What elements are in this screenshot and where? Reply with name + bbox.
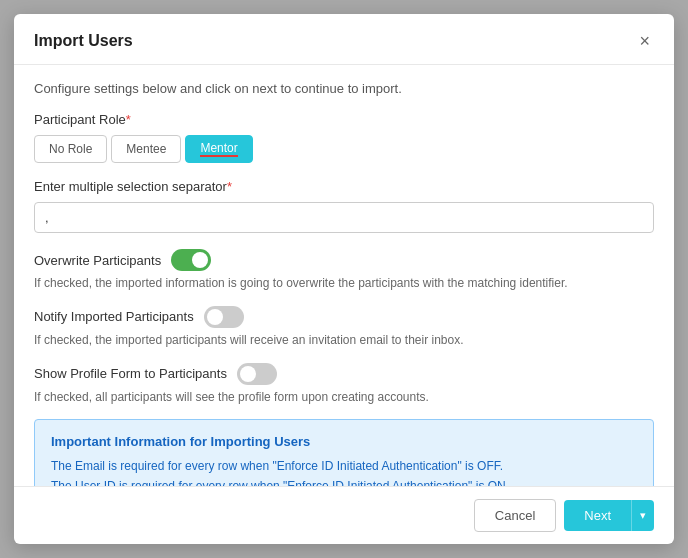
notify-toggle[interactable] bbox=[204, 306, 244, 328]
role-btn-mentee[interactable]: Mentee bbox=[111, 135, 181, 163]
separator-group: Enter multiple selection separator* bbox=[34, 179, 654, 233]
overwrite-desc: If checked, the imported information is … bbox=[34, 275, 654, 292]
profile-form-toggle[interactable] bbox=[237, 363, 277, 385]
info-line-2: The User ID is required for every row wh… bbox=[51, 477, 637, 486]
import-users-modal: Import Users × Configure settings below … bbox=[14, 14, 674, 544]
separator-input[interactable] bbox=[34, 202, 654, 233]
modal-overlay: Import Users × Configure settings below … bbox=[0, 0, 688, 558]
next-button[interactable]: Next bbox=[564, 500, 631, 531]
overwrite-toggle-row: Overwrite Participants bbox=[34, 249, 654, 271]
role-btn-mentor[interactable]: Mentor bbox=[185, 135, 252, 163]
modal-subtitle: Configure settings below and click on ne… bbox=[34, 81, 654, 96]
separator-label: Enter multiple selection separator* bbox=[34, 179, 654, 194]
overwrite-toggle[interactable] bbox=[171, 249, 211, 271]
modal-body: Configure settings below and click on ne… bbox=[14, 65, 674, 486]
info-line-1: The Email is required for every row when… bbox=[51, 457, 637, 476]
info-box-content: The Email is required for every row when… bbox=[51, 457, 637, 486]
close-button[interactable]: × bbox=[635, 30, 654, 52]
cancel-button[interactable]: Cancel bbox=[474, 499, 556, 532]
profile-form-slider bbox=[237, 363, 277, 385]
notify-slider bbox=[204, 306, 244, 328]
participant-role-group: Participant Role* No Role Mentee Mentor bbox=[34, 112, 654, 163]
overwrite-label: Overwrite Participants bbox=[34, 253, 161, 268]
notify-label: Notify Imported Participants bbox=[34, 309, 194, 324]
overwrite-slider bbox=[171, 249, 211, 271]
participant-role-label: Participant Role* bbox=[34, 112, 654, 127]
info-box: Important Information for Importing User… bbox=[34, 419, 654, 486]
modal-header: Import Users × bbox=[14, 14, 674, 65]
info-box-title: Important Information for Importing User… bbox=[51, 434, 637, 449]
notify-desc: If checked, the imported participants wi… bbox=[34, 332, 654, 349]
role-buttons: No Role Mentee Mentor bbox=[34, 135, 654, 163]
notify-group: Notify Imported Participants If checked,… bbox=[34, 306, 654, 349]
notify-toggle-row: Notify Imported Participants bbox=[34, 306, 654, 328]
modal-footer: Cancel Next ▾ bbox=[14, 486, 674, 544]
profile-form-desc: If checked, all participants will see th… bbox=[34, 389, 654, 406]
next-button-group: Next ▾ bbox=[564, 500, 654, 531]
overwrite-group: Overwrite Participants If checked, the i… bbox=[34, 249, 654, 292]
next-dropdown-arrow[interactable]: ▾ bbox=[631, 500, 654, 531]
profile-form-group: Show Profile Form to Participants If che… bbox=[34, 363, 654, 406]
modal-title: Import Users bbox=[34, 32, 133, 50]
role-btn-no-role[interactable]: No Role bbox=[34, 135, 107, 163]
profile-form-label: Show Profile Form to Participants bbox=[34, 366, 227, 381]
profile-form-toggle-row: Show Profile Form to Participants bbox=[34, 363, 654, 385]
